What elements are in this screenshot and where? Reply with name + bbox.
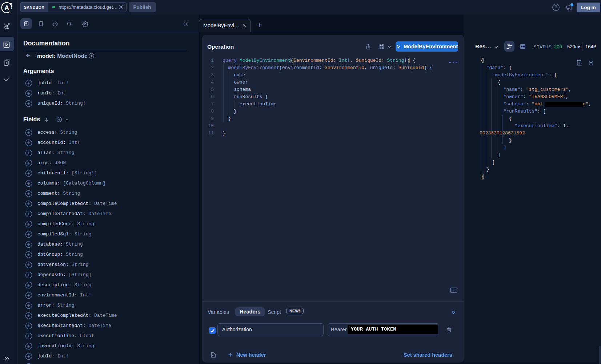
svg-text:A: A [4,4,9,12]
